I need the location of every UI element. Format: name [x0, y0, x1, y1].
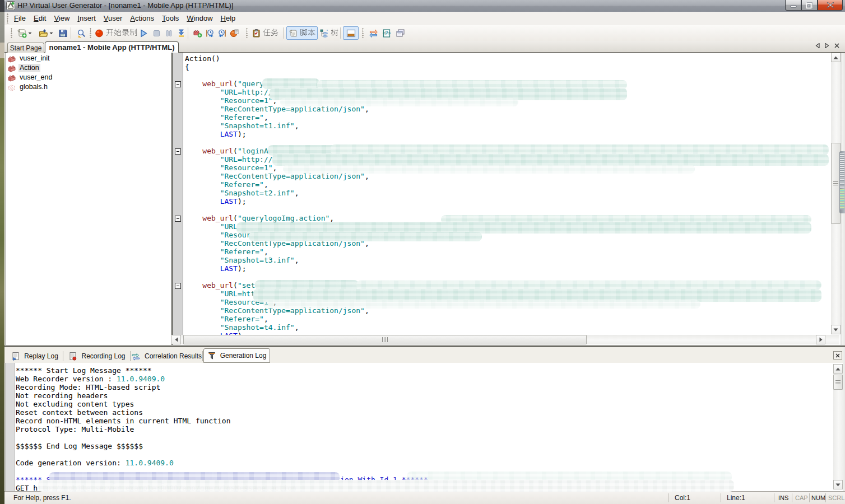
output-tab-separator: [202, 351, 203, 361]
code-segment-p: [185, 105, 220, 113]
output-tab-recording-log[interactable]: Recording Log: [64, 349, 130, 363]
code-segment-p: [185, 197, 220, 206]
runtime-settings-icon: [193, 29, 202, 38]
swap-protocol-button[interactable]: [366, 26, 380, 40]
fold-collapse-box[interactable]: [175, 283, 181, 289]
menu-item-window[interactable]: Window: [183, 12, 216, 25]
minimize-button[interactable]: [785, 0, 801, 11]
menu-item-insert[interactable]: Insert: [73, 12, 100, 25]
dropdown-arrow-icon[interactable]: [28, 32, 32, 35]
menu-item-edit[interactable]: Edit: [30, 12, 50, 25]
find-icon: [77, 29, 86, 38]
status-flag-scrl: SCRL: [828, 494, 844, 501]
scrollbar-thumb[interactable]: [833, 375, 843, 390]
stop-icon: [152, 29, 161, 38]
tab-scroll-right-icon[interactable]: [825, 43, 829, 48]
scrollbar-thumb[interactable]: [183, 335, 587, 344]
code-segment-p: [185, 256, 220, 264]
output-close-icon: [835, 353, 840, 358]
menu-item-file[interactable]: File: [10, 12, 30, 25]
scroll-up-button[interactable]: [833, 364, 843, 374]
status-separator: [774, 493, 774, 502]
tab-scroll-left-icon[interactable]: [815, 43, 820, 48]
tree-item-vuser_init[interactable]: vuser_init: [7, 54, 51, 63]
doc-tab-active[interactable]: noname1 - Mobile App (HTTP/HTML): [45, 41, 179, 53]
output-tab-label: Correlation Results: [145, 352, 202, 360]
scroll-up-button[interactable]: [831, 53, 841, 62]
fold-collapse-box[interactable]: [175, 216, 181, 222]
compile-icon: [177, 29, 186, 38]
results-icon: [230, 29, 239, 38]
fold-collapse-box[interactable]: [175, 148, 181, 155]
action-brick-icon: [7, 64, 16, 72]
script-view-button[interactable]: [286, 26, 318, 40]
find-button[interactable]: [74, 26, 89, 40]
output-tab-replay-log[interactable]: Replay Log: [8, 349, 62, 363]
toolbar-separator: [188, 27, 188, 39]
code-line: "Snapshot=t3.inf",: [185, 256, 830, 264]
code-segment-p: [185, 122, 220, 130]
save-button[interactable]: [56, 26, 69, 40]
code-line: "Referer=",: [185, 315, 830, 323]
code-segment-p: (: [233, 281, 238, 290]
new-script-button[interactable]: [15, 26, 35, 40]
scroll-down-button[interactable]: [833, 480, 843, 489]
scroll-right-button[interactable]: [816, 335, 825, 344]
menubar-grip[interactable]: [7, 13, 8, 24]
correlation-results-icon: [131, 352, 141, 361]
code-line: [16, 433, 834, 442]
code-segment-s: "Resource=1": [220, 164, 273, 172]
replay-log-goto-button[interactable]: [203, 26, 216, 40]
code-segment-s: "querylogoImg.action": [238, 214, 329, 222]
code-segment-k: Not recording headers: [16, 391, 108, 400]
tasks-label: [263, 29, 278, 38]
window-list-button[interactable]: [393, 26, 407, 40]
tree-item-Action[interactable]: Action: [7, 63, 40, 73]
run-vuser-button[interactable]: [137, 26, 150, 40]
output-tab-correlation-results[interactable]: Correlation Results: [131, 349, 202, 363]
stop-button[interactable]: [150, 26, 163, 40]
doc-tab-start-page[interactable]: Start Page: [7, 43, 44, 53]
restore-button[interactable]: [801, 0, 818, 11]
dropdown-arrow-icon[interactable]: [49, 32, 53, 35]
tab-close-icon[interactable]: [834, 43, 839, 48]
tree-item-label: Action: [18, 64, 40, 72]
start-record-button[interactable]: [93, 26, 139, 40]
output-tab-generation-log[interactable]: Generation Log: [203, 348, 270, 363]
fold-collapse-box[interactable]: [175, 81, 181, 87]
menu-item-view[interactable]: View: [50, 12, 73, 25]
toolbar-grip: [90, 28, 91, 38]
code-segment-p: [185, 172, 220, 180]
redaction-blur: [283, 165, 695, 174]
runtime-settings-button[interactable]: [191, 26, 204, 40]
output-tab-separator: [63, 351, 63, 361]
code-segment-p: (: [233, 80, 238, 88]
code-segment-l: LAST: [220, 130, 238, 138]
menu-item-vuser[interactable]: Vuser: [100, 12, 127, 25]
generation-log-icon: [207, 351, 216, 361]
menu-item-tools[interactable]: Tools: [158, 12, 183, 25]
code-segment-p: [185, 189, 220, 197]
tasks-button[interactable]: [250, 26, 280, 40]
close-button[interactable]: [818, 0, 843, 11]
toolbar-grip: [246, 28, 248, 38]
pause-button[interactable]: [162, 26, 175, 40]
output-tab-bar: Replay LogRecording LogCorrelation Resul…: [4, 347, 843, 363]
output-window-toggle-button[interactable]: [343, 26, 359, 40]
page-source-button[interactable]: <P>: [380, 26, 393, 40]
redaction-blur: [263, 300, 700, 309]
menu-item-actions[interactable]: Actions: [126, 12, 158, 25]
tree-item-vuser_end[interactable]: vuser_end: [7, 73, 53, 82]
code-line: Not excluding content types: [16, 400, 834, 408]
menu-item-help[interactable]: Help: [217, 12, 240, 25]
output-close-button[interactable]: [833, 351, 842, 360]
tree-view-button[interactable]: [318, 26, 340, 40]
code-segment-s: "Snapshot=t1.inf": [220, 122, 295, 130]
scroll-down-button[interactable]: [831, 325, 841, 334]
open-script-button[interactable]: [36, 26, 56, 40]
tree-item-globals-h[interactable]: globals.h: [7, 82, 49, 92]
rerun-button[interactable]: [215, 26, 229, 40]
compile-button[interactable]: [174, 26, 188, 40]
scroll-left-button[interactable]: [171, 335, 181, 344]
test-results-button[interactable]: [227, 26, 241, 40]
